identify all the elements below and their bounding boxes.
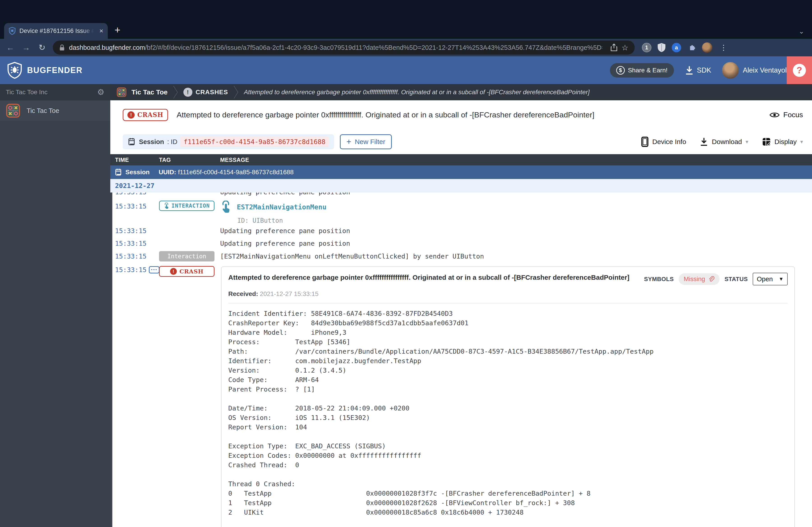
- url-domain: dashboard.bugfender.com: [69, 44, 145, 51]
- device-info-button[interactable]: Device Info: [641, 137, 686, 147]
- display-button[interactable]: Display ▾: [762, 137, 803, 146]
- tictactoe-app-icon: [6, 104, 20, 118]
- eye-icon: [769, 111, 780, 119]
- log-row[interactable]: 15:33:15 Updating preference pane positi…: [110, 225, 812, 237]
- log-row-clipped[interactable]: 15:33:15 Updating preference pane positi…: [110, 193, 812, 198]
- new-tab-button[interactable]: +: [115, 24, 120, 35]
- download-button[interactable]: Download ▾: [700, 137, 748, 147]
- sidebar-item-tictactoe[interactable]: Tic Tac Toe: [0, 101, 110, 121]
- password-extension-icon[interactable]: 1: [642, 43, 651, 52]
- tab-search-icon[interactable]: ⌄: [799, 27, 804, 35]
- browser-menu-icon[interactable]: ⋮: [720, 43, 727, 52]
- org-header: Tic Tac Toe Inc ⚙: [0, 84, 110, 100]
- breadcrumb-app[interactable]: Tic Tac Toe: [131, 88, 168, 96]
- bugfender-favicon: [9, 27, 16, 35]
- log-row-interaction[interactable]: 15:33:15 INTERACTION: [110, 198, 812, 225]
- browser-profile-avatar[interactable]: [702, 42, 712, 53]
- chevron-down-icon: ▾: [746, 139, 749, 145]
- browser-tab-strip: Device #187612156 Issue #a7f5 × + ⌄: [0, 0, 812, 39]
- breadcrumb-issue: Attempted to dereference garbage pointer…: [244, 89, 590, 96]
- session-icon: [128, 137, 136, 146]
- log-row[interactable]: 15:33:15 Updating preference pane positi…: [110, 237, 812, 250]
- gear-icon[interactable]: ⚙: [97, 88, 104, 97]
- select-caret-icon: ▼: [779, 276, 784, 282]
- phone-icon: [641, 137, 649, 147]
- share-earn-button[interactable]: $ Share & Earn!: [610, 63, 674, 77]
- status-select[interactable]: Open ▼: [753, 273, 788, 285]
- focus-label: Focus: [783, 111, 803, 119]
- status-label: STATUS: [724, 276, 748, 283]
- display-layout-icon: [762, 137, 771, 146]
- sdk-button[interactable]: SDK: [685, 65, 711, 75]
- app-header: BUGFENDER $ Share & Earn! SDK Aleix Vent…: [0, 56, 812, 84]
- new-filter-button[interactable]: + New Filter: [340, 134, 392, 149]
- received-value: 2021-12-27 15:33:15: [258, 290, 318, 297]
- issue-title: Attempted to dereference garbage pointer…: [177, 110, 761, 119]
- date-label: 2021-12-27: [115, 182, 155, 190]
- sidebar: Tic Tac Toe Inc ⚙ Tic Tac Toe: [0, 84, 110, 527]
- interaction-sub-label: ID: UIButton: [237, 217, 812, 224]
- log-message: Updating preference pane position: [220, 240, 812, 247]
- puzzle-extension-icon[interactable]: [687, 43, 696, 52]
- log-time: 15:33:15 •••: [115, 266, 159, 274]
- log-message: [EST2MainNavigationMenu onLeftMenuButton…: [220, 253, 812, 260]
- session-filter-label: Session: [139, 138, 164, 146]
- symbols-missing-button[interactable]: Missing: [679, 273, 720, 285]
- main-panel: Tic Tac Toe ! CRASHES Attempted to deref…: [110, 84, 812, 527]
- shield-extension-icon[interactable]: [657, 43, 666, 52]
- log-time: 15:33:15: [115, 227, 159, 235]
- chevron-separator-icon: [233, 85, 239, 100]
- sidebar-app-label: Tic Tac Toe: [27, 107, 59, 115]
- session-filter-chip[interactable]: Session: ID f111e65f-c00d-4154-9a85-8673…: [123, 134, 334, 149]
- address-bar[interactable]: dashboard.bugfender.com/bf2/#/bf/device/…: [53, 41, 635, 55]
- more-options-icon[interactable]: •••: [149, 266, 159, 273]
- user-menu[interactable]: Aleix Ventayol: [722, 62, 787, 79]
- a-extension-icon[interactable]: a: [672, 43, 681, 52]
- tab-close-icon[interactable]: ×: [99, 28, 103, 34]
- divider: [228, 303, 788, 303]
- session-group-row[interactable]: Session UUID: f111e65f-c00d-4154-9a85-86…: [110, 165, 812, 179]
- forward-icon[interactable]: →: [21, 43, 31, 52]
- uuid-label: UUID:: [159, 169, 176, 176]
- plus-icon: +: [346, 138, 351, 145]
- tap-icon: [220, 201, 231, 213]
- symbols-missing-label: Missing: [684, 275, 705, 283]
- received-line: Received: 2021-12-27 15:33:15: [228, 290, 788, 298]
- share-icon[interactable]: [610, 44, 618, 51]
- focus-button[interactable]: Focus: [769, 111, 803, 119]
- crash-tag-badge: ! CRASH: [159, 266, 215, 277]
- bookmark-star-icon[interactable]: ☆: [622, 43, 628, 52]
- breadcrumb-crashes[interactable]: ! CRASHES: [183, 88, 228, 97]
- tap-icon: [164, 202, 169, 209]
- extension-icons: 1 a ⋮: [642, 42, 727, 53]
- session-id-label: : ID: [167, 138, 177, 146]
- session-icon: [115, 168, 122, 176]
- log-table-header: TIME TAG MESSAGE: [110, 154, 812, 165]
- filter-bar: Session: ID f111e65f-c00d-4154-9a85-8673…: [110, 130, 812, 154]
- log-row-interaction-gray[interactable]: 15:33:15 Interaction [EST2MainNavigation…: [110, 250, 812, 263]
- help-button[interactable]: ?: [787, 56, 812, 84]
- download-icon: [700, 137, 708, 147]
- interaction-gray-badge: Interaction: [159, 251, 215, 261]
- bugfender-logo[interactable]: BUGFENDER: [7, 62, 83, 79]
- question-icon: ?: [793, 64, 806, 77]
- url-path: /bf2/#/bf/device/187612156/issue/a7f5a06…: [145, 44, 602, 51]
- reload-icon[interactable]: ↻: [37, 43, 47, 52]
- crash-badge-label: CRASH: [137, 111, 163, 118]
- symbols-label: SYMBOLS: [644, 276, 674, 283]
- received-label: Received:: [228, 290, 258, 297]
- back-icon[interactable]: ←: [5, 43, 15, 52]
- log-message: Updating preference pane position: [220, 193, 812, 196]
- browser-tab[interactable]: Device #187612156 Issue #a7f5 ×: [4, 23, 108, 39]
- session-row-label: Session: [126, 169, 149, 176]
- log-row-crash[interactable]: 15:33:15 ••• ! CRASH Attempted to derefe…: [110, 263, 812, 527]
- log-message: Updating preference pane position: [220, 227, 812, 235]
- interaction-target-link[interactable]: EST2MainNavigationMenu: [237, 203, 327, 211]
- interaction-tag-badge: INTERACTION: [159, 201, 215, 211]
- dollar-icon: $: [616, 66, 625, 75]
- log-time: 15:33:15: [115, 202, 159, 210]
- browser-toolbar: ← → ↻ dashboard.bugfender.com/bf2/#/bf/d…: [0, 39, 812, 56]
- display-label: Display: [774, 138, 797, 146]
- url-text: dashboard.bugfender.com/bf2/#/bf/device/…: [69, 44, 602, 51]
- alert-circle-icon: !: [128, 111, 135, 119]
